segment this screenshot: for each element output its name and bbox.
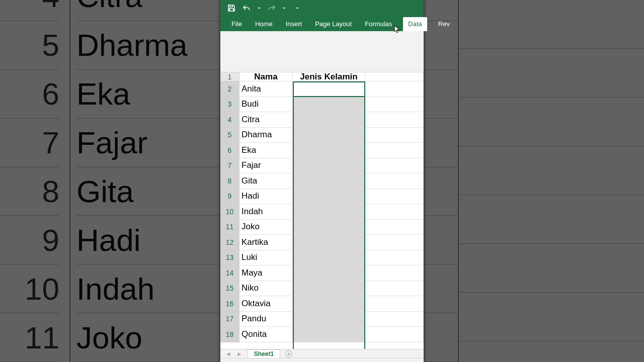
- row-header[interactable]: 5: [220, 128, 239, 143]
- ribbon-tab-page-layout[interactable]: Page Layout: [313, 17, 354, 31]
- cell-empty[interactable]: [365, 143, 424, 158]
- cell-name[interactable]: Pandu: [239, 312, 293, 327]
- cell-jenis-kelamin[interactable]: [293, 173, 365, 189]
- row-header[interactable]: 3: [220, 97, 239, 113]
- status-bar: [220, 358, 424, 362]
- cell-name[interactable]: Oktavia: [239, 296, 293, 312]
- quick-access-toolbar: [220, 0, 424, 16]
- cell-jenis-kelamin[interactable]: [293, 112, 365, 128]
- excel-app-window: FileHomeInsertPage LayoutFormulasDataRev…: [220, 0, 424, 362]
- cell-name[interactable]: Indah: [239, 204, 293, 220]
- cell-empty[interactable]: [365, 72, 424, 81]
- cell-empty[interactable]: [365, 173, 424, 189]
- cell-empty[interactable]: [365, 128, 424, 143]
- cell-name[interactable]: Qonita: [239, 327, 293, 342]
- cell-jenis-kelamin[interactable]: [293, 265, 365, 281]
- cell-jenis-kelamin[interactable]: [293, 327, 365, 342]
- redo-more-icon: [283, 7, 286, 10]
- sheet-nav-next-icon[interactable]: ►: [236, 350, 243, 357]
- cell-name[interactable]: Niko: [239, 281, 293, 297]
- row-header[interactable]: 4: [220, 112, 239, 128]
- save-icon[interactable]: [227, 4, 235, 12]
- row-header[interactable]: 17: [220, 312, 239, 327]
- cell-jenis-kelamin[interactable]: [293, 281, 365, 297]
- row-header[interactable]: 11: [220, 220, 239, 235]
- cell-name[interactable]: Anita: [239, 81, 293, 97]
- cell-jenis-kelamin[interactable]: [293, 158, 365, 174]
- cell-jenis-kelamin[interactable]: [293, 235, 365, 250]
- cell-jenis-kelamin[interactable]: [293, 143, 365, 158]
- row-header[interactable]: 13: [220, 250, 239, 266]
- cell-empty[interactable]: [365, 296, 424, 312]
- sheet-tab-bar: ◄ ► Sheet1 +: [220, 349, 424, 358]
- row-header[interactable]: 6: [220, 143, 239, 158]
- cell-jenis-kelamin[interactable]: [293, 296, 365, 312]
- cell-empty[interactable]: [365, 312, 424, 327]
- cell-name[interactable]: Hadi: [239, 189, 293, 205]
- undo-more-icon[interactable]: [258, 7, 261, 10]
- row-header[interactable]: 8: [220, 173, 239, 189]
- cell-name[interactable]: Eka: [239, 143, 293, 158]
- cell-jenis-kelamin[interactable]: [293, 81, 365, 97]
- cell-jenis-kelamin[interactable]: [293, 312, 365, 327]
- cell-empty[interactable]: [365, 81, 424, 97]
- spreadsheet-grid[interactable]: 1NamaJenis Kelamin2Anita3Budi4Citra5Dhar…: [220, 72, 424, 349]
- cell-name[interactable]: Nama: [239, 72, 293, 81]
- cell-empty[interactable]: [365, 158, 424, 174]
- redo-icon: [268, 4, 276, 12]
- ribbon-tab-home[interactable]: Home: [253, 17, 275, 31]
- cell-jenis-kelamin[interactable]: [293, 250, 365, 266]
- cell-empty[interactable]: [365, 250, 424, 266]
- ribbon-tab-rev[interactable]: Rev: [436, 17, 452, 31]
- row-header[interactable]: 12: [220, 235, 239, 250]
- row-header[interactable]: 2: [220, 81, 239, 97]
- cell-name[interactable]: Joko: [239, 220, 293, 235]
- undo-icon[interactable]: [243, 4, 251, 12]
- ribbon-tab-data[interactable]: Data: [403, 17, 427, 31]
- cell-name[interactable]: Citra: [239, 112, 293, 128]
- cell-name[interactable]: Maya: [239, 265, 293, 281]
- cell-empty[interactable]: [365, 220, 424, 235]
- cell-empty[interactable]: [365, 235, 424, 250]
- row-header[interactable]: 15: [220, 281, 239, 297]
- cell-name[interactable]: Fajar: [239, 158, 293, 174]
- row-header[interactable]: 14: [220, 265, 239, 281]
- cell-jenis-kelamin[interactable]: [293, 204, 365, 220]
- cell-name[interactable]: Luki: [239, 250, 293, 266]
- customize-qat-icon[interactable]: [296, 7, 299, 10]
- ribbon-tabs: FileHomeInsertPage LayoutFormulasDataRev: [220, 16, 424, 31]
- row-header[interactable]: 10: [220, 204, 239, 220]
- add-sheet-icon[interactable]: +: [285, 350, 292, 357]
- cell-jenis-kelamin[interactable]: [293, 220, 365, 235]
- cell-name[interactable]: Kartika: [239, 235, 293, 250]
- cell-name[interactable]: Dharma: [239, 128, 293, 143]
- sheet-tab[interactable]: Sheet1: [248, 349, 280, 358]
- cell-name[interactable]: Gita: [239, 173, 293, 189]
- cell-jenis-kelamin[interactable]: [293, 97, 365, 113]
- cell-jenis-kelamin[interactable]: [293, 189, 365, 205]
- row-header[interactable]: 16: [220, 296, 239, 312]
- row-header[interactable]: 18: [220, 327, 239, 342]
- row-header[interactable]: 9: [220, 189, 239, 205]
- ribbon-tab-file[interactable]: File: [229, 17, 244, 31]
- cell-jenis-kelamin[interactable]: [293, 128, 365, 143]
- cell-empty[interactable]: [365, 265, 424, 281]
- ribbon-content-area: [220, 31, 424, 72]
- cell-empty[interactable]: [365, 327, 424, 342]
- row-header[interactable]: 1: [220, 72, 239, 81]
- background-right-col: [458, 0, 644, 362]
- cell-empty[interactable]: [365, 281, 424, 297]
- cell-empty[interactable]: [365, 112, 424, 128]
- cell-name[interactable]: Budi: [239, 97, 293, 113]
- ribbon-tab-formulas[interactable]: Formulas: [363, 17, 394, 31]
- ribbon-tab-insert[interactable]: Insert: [284, 17, 304, 31]
- cell-empty[interactable]: [365, 204, 424, 220]
- cell-empty[interactable]: [365, 189, 424, 205]
- sheet-nav-prev-icon[interactable]: ◄: [225, 350, 231, 357]
- row-header[interactable]: 7: [220, 158, 239, 174]
- cell-jenis-kelamin[interactable]: Jenis Kelamin: [293, 72, 365, 81]
- cell-empty[interactable]: [365, 97, 424, 113]
